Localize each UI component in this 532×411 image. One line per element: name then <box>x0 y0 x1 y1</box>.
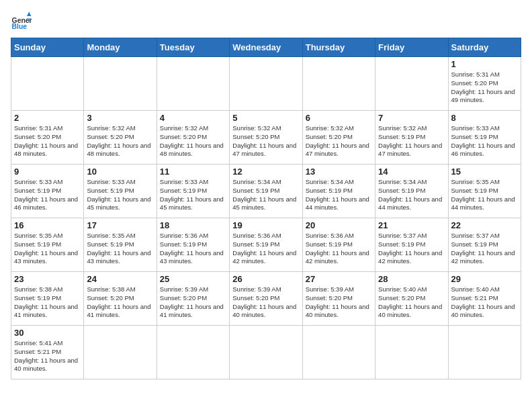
day-cell: 22Sunrise: 5:37 AMSunset: 5:19 PMDayligh… <box>448 218 521 272</box>
day-number: 22 <box>451 220 518 230</box>
day-number: 15 <box>451 167 518 177</box>
day-cell: 21Sunrise: 5:37 AMSunset: 5:19 PMDayligh… <box>375 218 448 272</box>
day-header-thursday: Thursday <box>302 38 375 57</box>
day-cell: 19Sunrise: 5:36 AMSunset: 5:19 PMDayligh… <box>230 218 302 272</box>
day-cell: 24Sunrise: 5:38 AMSunset: 5:20 PMDayligh… <box>84 272 157 326</box>
day-info: Sunrise: 5:41 AMSunset: 5:21 PMDaylight:… <box>14 339 81 373</box>
day-info: Sunrise: 5:38 AMSunset: 5:19 PMDaylight:… <box>14 285 81 320</box>
day-cell <box>302 57 375 111</box>
day-header-sunday: Sunday <box>11 38 84 57</box>
day-info: Sunrise: 5:38 AMSunset: 5:20 PMDaylight:… <box>87 285 153 320</box>
day-cell: 18Sunrise: 5:36 AMSunset: 5:19 PMDayligh… <box>157 218 229 272</box>
day-number: 19 <box>232 220 299 230</box>
week-row-4: 16Sunrise: 5:35 AMSunset: 5:19 PMDayligh… <box>11 218 521 272</box>
day-number: 13 <box>306 167 372 177</box>
day-cell: 4Sunrise: 5:32 AMSunset: 5:20 PMDaylight… <box>157 111 229 165</box>
day-number: 1 <box>451 59 518 69</box>
day-cell: 12Sunrise: 5:34 AMSunset: 5:19 PMDayligh… <box>230 165 302 218</box>
day-info: Sunrise: 5:39 AMSunset: 5:20 PMDaylight:… <box>160 285 226 320</box>
day-cell <box>302 326 375 379</box>
day-cell: 6Sunrise: 5:32 AMSunset: 5:20 PMDaylight… <box>302 111 375 165</box>
day-number: 6 <box>306 113 372 123</box>
day-info: Sunrise: 5:36 AMSunset: 5:19 PMDaylight:… <box>306 232 372 266</box>
day-info: Sunrise: 5:33 AMSunset: 5:19 PMDaylight:… <box>160 178 226 212</box>
week-row-6: 30Sunrise: 5:41 AMSunset: 5:21 PMDayligh… <box>11 326 521 379</box>
day-number: 9 <box>14 167 81 177</box>
day-cell: 3Sunrise: 5:32 AMSunset: 5:20 PMDaylight… <box>84 111 157 165</box>
day-info: Sunrise: 5:34 AMSunset: 5:19 PMDaylight:… <box>306 178 372 212</box>
day-cell: 26Sunrise: 5:39 AMSunset: 5:20 PMDayligh… <box>230 272 302 326</box>
day-number: 10 <box>87 167 153 177</box>
day-cell: 25Sunrise: 5:39 AMSunset: 5:20 PMDayligh… <box>157 272 229 326</box>
week-row-1: 1Sunrise: 5:31 AMSunset: 5:20 PMDaylight… <box>11 57 521 111</box>
day-header-saturday: Saturday <box>448 38 521 57</box>
day-info: Sunrise: 5:33 AMSunset: 5:19 PMDaylight:… <box>87 178 153 212</box>
day-cell: 15Sunrise: 5:35 AMSunset: 5:19 PMDayligh… <box>448 165 521 218</box>
day-info: Sunrise: 5:35 AMSunset: 5:19 PMDaylight:… <box>451 178 518 212</box>
header: General Blue <box>11 11 521 32</box>
day-number: 21 <box>378 220 445 230</box>
day-cell: 14Sunrise: 5:34 AMSunset: 5:19 PMDayligh… <box>375 165 448 218</box>
day-header-tuesday: Tuesday <box>157 38 229 57</box>
day-cell: 13Sunrise: 5:34 AMSunset: 5:19 PMDayligh… <box>302 165 375 218</box>
svg-marker-2 <box>27 12 31 16</box>
day-number: 14 <box>378 167 445 177</box>
day-cell <box>230 326 302 379</box>
day-info: Sunrise: 5:32 AMSunset: 5:20 PMDaylight:… <box>87 124 153 158</box>
day-info: Sunrise: 5:37 AMSunset: 5:19 PMDaylight:… <box>451 232 518 266</box>
day-info: Sunrise: 5:35 AMSunset: 5:19 PMDaylight:… <box>14 232 81 266</box>
day-cell <box>11 57 84 111</box>
day-info: Sunrise: 5:40 AMSunset: 5:20 PMDaylight:… <box>378 285 445 320</box>
day-cell: 30Sunrise: 5:41 AMSunset: 5:21 PMDayligh… <box>11 326 84 379</box>
week-row-2: 2Sunrise: 5:31 AMSunset: 5:20 PMDaylight… <box>11 111 521 165</box>
day-cell <box>157 57 229 111</box>
day-cell <box>375 57 448 111</box>
day-number: 25 <box>160 274 226 284</box>
day-cell: 1Sunrise: 5:31 AMSunset: 5:20 PMDaylight… <box>448 57 521 111</box>
day-number: 16 <box>14 220 81 230</box>
day-info: Sunrise: 5:35 AMSunset: 5:19 PMDaylight:… <box>87 232 153 266</box>
day-info: Sunrise: 5:39 AMSunset: 5:20 PMDaylight:… <box>306 285 372 320</box>
day-info: Sunrise: 5:32 AMSunset: 5:20 PMDaylight:… <box>160 124 226 158</box>
day-header-wednesday: Wednesday <box>230 38 302 57</box>
day-number: 5 <box>232 113 299 123</box>
day-cell <box>84 57 157 111</box>
day-info: Sunrise: 5:36 AMSunset: 5:19 PMDaylight:… <box>232 232 299 266</box>
week-row-3: 9Sunrise: 5:33 AMSunset: 5:19 PMDaylight… <box>11 165 521 218</box>
day-info: Sunrise: 5:33 AMSunset: 5:19 PMDaylight:… <box>14 178 81 212</box>
day-cell: 29Sunrise: 5:40 AMSunset: 5:21 PMDayligh… <box>448 272 521 326</box>
day-cell: 5Sunrise: 5:32 AMSunset: 5:20 PMDaylight… <box>230 111 302 165</box>
day-info: Sunrise: 5:36 AMSunset: 5:19 PMDaylight:… <box>160 232 226 266</box>
day-cell: 28Sunrise: 5:40 AMSunset: 5:20 PMDayligh… <box>375 272 448 326</box>
header-row: SundayMondayTuesdayWednesdayThursdayFrid… <box>11 38 521 57</box>
day-number: 8 <box>451 113 518 123</box>
day-cell: 27Sunrise: 5:39 AMSunset: 5:20 PMDayligh… <box>302 272 375 326</box>
day-cell: 17Sunrise: 5:35 AMSunset: 5:19 PMDayligh… <box>84 218 157 272</box>
day-cell <box>375 326 448 379</box>
day-cell <box>157 326 229 379</box>
logo: General Blue <box>11 11 32 32</box>
day-info: Sunrise: 5:31 AMSunset: 5:20 PMDaylight:… <box>14 124 81 158</box>
day-number: 30 <box>14 328 81 338</box>
day-cell: 8Sunrise: 5:33 AMSunset: 5:19 PMDaylight… <box>448 111 521 165</box>
day-info: Sunrise: 5:37 AMSunset: 5:19 PMDaylight:… <box>378 232 445 266</box>
day-cell: 7Sunrise: 5:32 AMSunset: 5:19 PMDaylight… <box>375 111 448 165</box>
day-number: 27 <box>306 274 372 284</box>
day-header-friday: Friday <box>375 38 448 57</box>
day-cell: 10Sunrise: 5:33 AMSunset: 5:19 PMDayligh… <box>84 165 157 218</box>
day-info: Sunrise: 5:33 AMSunset: 5:19 PMDaylight:… <box>451 124 518 158</box>
day-header-monday: Monday <box>84 38 157 57</box>
svg-text:Blue: Blue <box>12 23 28 30</box>
day-cell <box>230 57 302 111</box>
day-info: Sunrise: 5:32 AMSunset: 5:20 PMDaylight:… <box>306 124 372 158</box>
day-number: 17 <box>87 220 153 230</box>
day-info: Sunrise: 5:32 AMSunset: 5:20 PMDaylight:… <box>232 124 299 158</box>
day-number: 12 <box>232 167 299 177</box>
day-number: 24 <box>87 274 153 284</box>
day-cell <box>448 326 521 379</box>
day-number: 3 <box>87 113 153 123</box>
day-info: Sunrise: 5:40 AMSunset: 5:21 PMDaylight:… <box>451 285 518 320</box>
day-number: 4 <box>160 113 226 123</box>
day-cell: 20Sunrise: 5:36 AMSunset: 5:19 PMDayligh… <box>302 218 375 272</box>
day-number: 2 <box>14 113 81 123</box>
